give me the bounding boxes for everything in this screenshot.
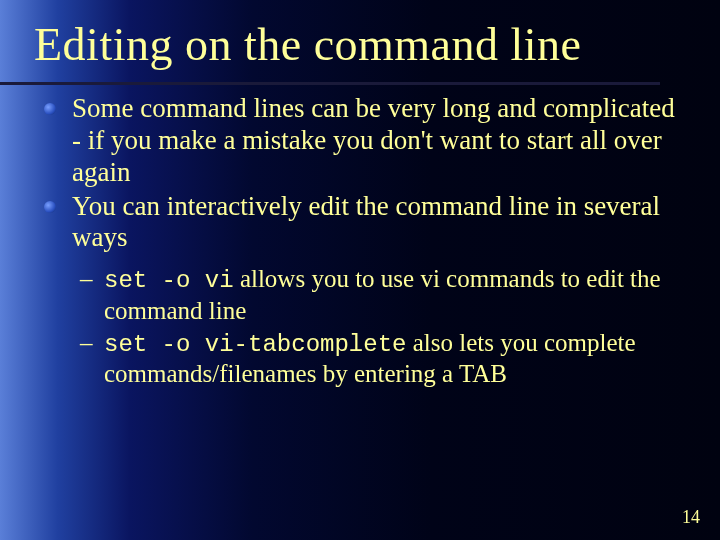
code-text: set -o vi (104, 267, 234, 294)
code-text: set -o vi-tabcomplete (104, 331, 406, 358)
slide-content: Some command lines can be very long and … (0, 71, 720, 390)
sub-bullet-item: – set -o vi-tabcomplete also lets you co… (80, 328, 680, 390)
bullet-item: You can interactively edit the command l… (40, 191, 680, 255)
sub-bullet-item: – set -o vi allows you to use vi command… (80, 264, 680, 326)
dash-icon: – (80, 264, 93, 295)
sub-bullet-list: – set -o vi allows you to use vi command… (40, 264, 680, 390)
title-underline (0, 82, 660, 85)
page-number: 14 (682, 507, 700, 528)
bullet-item: Some command lines can be very long and … (40, 93, 680, 189)
dash-icon: – (80, 328, 93, 359)
slide-title: Editing on the command line (0, 0, 720, 71)
bullet-list: Some command lines can be very long and … (40, 93, 680, 254)
